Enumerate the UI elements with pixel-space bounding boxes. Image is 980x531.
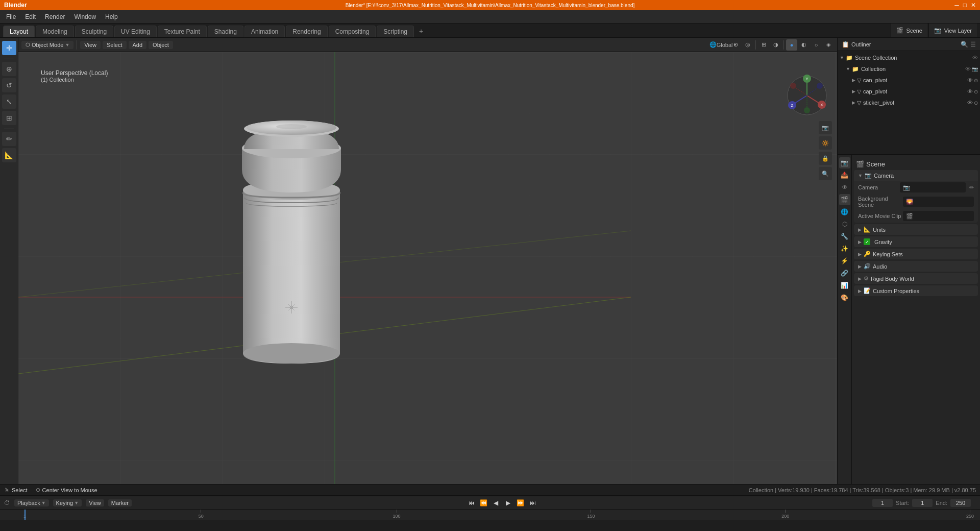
prop-tab-scene[interactable]: 🎬 — [839, 194, 850, 205]
tab-compositing[interactable]: Compositing — [329, 26, 376, 37]
tab-shading[interactable]: Shading — [208, 26, 243, 37]
transform-tool-button[interactable]: ⊞ — [2, 111, 16, 125]
scale-tool-button[interactable]: ⤡ — [2, 94, 16, 109]
select-menu-btn[interactable]: Select — [103, 41, 127, 49]
menu-edit[interactable]: Edit — [21, 12, 40, 21]
eevee-shading-btn[interactable]: ◈ — [823, 39, 834, 51]
viewlayer-selector[interactable]: 📷 View Layer — [928, 23, 977, 37]
col-eye[interactable]: 👁 — [965, 66, 971, 72]
outliner-search-icon[interactable]: 🔍 — [961, 41, 968, 48]
annotate-tool-button[interactable]: ✏ — [2, 132, 16, 146]
start-frame-field[interactable]: 1 — [912, 499, 933, 507]
global-selector[interactable]: 🌐 Global ▼ — [718, 39, 729, 51]
tl-playback-menu[interactable]: Playback ▼ — [14, 499, 49, 506]
object-menu-btn[interactable]: Object — [149, 41, 173, 49]
menu-help[interactable]: Help — [101, 12, 122, 21]
bg-scene-value[interactable]: 🌄 — [903, 197, 974, 207]
cap-pivot-row[interactable]: ▶ ▽ cap_pivot 👁 ⊙ — [838, 86, 980, 97]
tab-texture-paint[interactable]: Texture Paint — [158, 26, 207, 37]
xray-btn[interactable]: ◑ — [770, 39, 781, 51]
play-back-btn[interactable]: ◀ — [491, 498, 501, 508]
timeline-ruler[interactable]: 1 50 100 150 200 250 — [0, 510, 980, 520]
tab-scripting[interactable]: Scripting — [377, 26, 414, 37]
menu-render[interactable]: Render — [41, 12, 69, 21]
sc-eye[interactable]: 👁 — [972, 55, 978, 61]
maximize-button[interactable]: □ — [963, 2, 967, 9]
proportional-btn[interactable]: ◎ — [742, 39, 753, 51]
jump-start-btn[interactable]: ⏮ — [467, 498, 477, 508]
tl-keying-menu[interactable]: Keying ▼ — [53, 499, 82, 506]
nav-gizmo[interactable]: Y X Z — [784, 73, 830, 118]
gravity-checkbox[interactable]: ✓ — [864, 238, 870, 245]
tl-marker-menu[interactable]: Marker — [108, 499, 132, 506]
tab-sculpting[interactable]: Sculpting — [75, 26, 113, 37]
play-btn[interactable]: ▶ — [503, 498, 513, 508]
add-menu-btn[interactable]: Add — [129, 41, 147, 49]
view-menu-btn[interactable]: View — [80, 41, 101, 49]
audio-section-header[interactable]: ▶ 🔊 Audio — [854, 261, 978, 272]
gravity-section-header[interactable]: ▶ ✓ Gravity — [854, 236, 978, 247]
prop-tab-material[interactable]: 🎨 — [839, 292, 850, 303]
sp-eye[interactable]: 👁 — [967, 100, 973, 106]
capp-eye[interactable]: 👁 — [967, 88, 973, 94]
collection-row[interactable]: ▼ 📁 Collection 👁 📷 — [838, 63, 980, 75]
playhead[interactable] — [24, 510, 26, 520]
rotate-tool-button[interactable]: ↺ — [2, 78, 16, 92]
tab-modeling[interactable]: Modeling — [36, 26, 74, 37]
step-back-btn[interactable]: ⏪ — [479, 498, 489, 508]
keying-sets-header[interactable]: ▶ 🔑 Keying Sets — [854, 249, 978, 259]
cp-section-header[interactable]: ▶ 📝 Custom Properties — [854, 285, 978, 296]
current-frame-field[interactable]: 1 — [872, 499, 893, 507]
tab-layout[interactable]: Layout — [3, 26, 35, 37]
capp-cursor[interactable]: ⊙ — [974, 89, 978, 94]
tl-view-menu[interactable]: View — [86, 499, 104, 506]
measure-tool-button[interactable]: 📐 — [2, 148, 16, 162]
prop-tab-view[interactable]: 👁 — [839, 182, 850, 193]
prop-tab-modifier[interactable]: 🔧 — [839, 231, 850, 242]
movie-clip-value[interactable]: 🎬 — [903, 211, 974, 221]
jump-end-btn[interactable]: ⏭ — [528, 498, 538, 508]
object-mode-selector[interactable]: ⬡ Object Mode ▼ — [21, 41, 74, 49]
prop-tab-output[interactable]: 📤 — [839, 170, 850, 181]
menu-file[interactable]: File — [2, 12, 20, 21]
outliner-filter-icon[interactable]: ☰ — [970, 41, 976, 48]
prop-tab-data[interactable]: 📊 — [839, 280, 850, 291]
can-pivot-row[interactable]: ▶ ▽ can_pivot 👁 ⊙ — [838, 75, 980, 86]
search-view-btn[interactable]: 🔍 — [819, 167, 832, 180]
camera-field-value[interactable]: 📷 — [900, 182, 966, 192]
viewport-canvas[interactable]: User Perspective (Local) (1) Collection … — [18, 52, 837, 495]
sp-cursor[interactable]: ⊙ — [974, 100, 978, 106]
snap-btn[interactable]: ⊙ — [730, 39, 741, 51]
prop-tab-object[interactable]: ⬡ — [839, 219, 850, 230]
camera-view-btn[interactable]: 📷 — [819, 121, 832, 134]
prop-tab-physics[interactable]: ⚡ — [839, 255, 850, 267]
minimize-button[interactable]: ─ — [954, 2, 959, 9]
material-shading-btn[interactable]: ◐ — [798, 39, 810, 51]
scene-selector[interactable]: 🎬 Scene — [891, 23, 927, 37]
render-view-btn[interactable]: 🔆 — [819, 136, 832, 150]
menu-window[interactable]: Window — [70, 12, 100, 21]
viewport-lock-btn[interactable]: 🔒 — [819, 152, 832, 165]
rbw-section-header[interactable]: ▶ ⚙ Rigid Body World — [854, 273, 978, 284]
camera-edit-icon[interactable]: ✏ — [969, 184, 974, 191]
move-tool-button[interactable]: ⊕ — [2, 62, 16, 76]
add-workspace-button[interactable]: + — [415, 25, 427, 37]
rendered-shading-btn[interactable]: ○ — [811, 39, 822, 51]
end-frame-field[interactable]: 250 — [950, 499, 971, 507]
cp-cursor[interactable]: ⊙ — [974, 78, 978, 83]
col-camera[interactable]: 📷 — [972, 66, 978, 72]
step-forward-btn[interactable]: ⏩ — [516, 498, 526, 508]
tab-uv-editing[interactable]: UV Editing — [114, 26, 157, 37]
cursor-tool-button[interactable]: ✛ — [2, 41, 16, 55]
prop-tab-particles[interactable]: ✨ — [839, 243, 850, 254]
prop-tab-render[interactable]: 📷 — [839, 157, 850, 168]
prop-tab-constraints[interactable]: 🔗 — [839, 268, 850, 279]
sticker-pivot-row[interactable]: ▶ ▽ sticker_pivot 👁 ⊙ — [838, 97, 980, 108]
camera-section-header[interactable]: ▼ 📷 Camera — [854, 170, 978, 181]
cp-eye[interactable]: 👁 — [967, 77, 973, 83]
units-section-header[interactable]: ▶ 📐 Units — [854, 224, 978, 235]
titlebar-controls[interactable]: ─ □ ✕ — [945, 2, 976, 9]
tab-animation[interactable]: Animation — [244, 26, 285, 37]
scene-collection-row[interactable]: ▼ 📁 Scene Collection 👁 — [838, 52, 980, 63]
solid-shading-btn[interactable]: ● — [786, 39, 797, 51]
